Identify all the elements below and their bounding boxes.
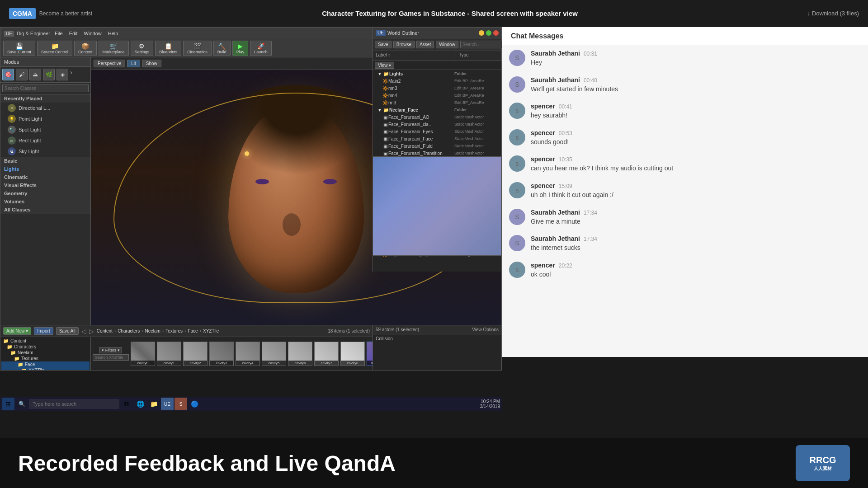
tree-characters[interactable]: 📁Characters xyxy=(1,344,90,350)
place-mode-icon[interactable]: 🎯 xyxy=(2,69,14,80)
wo-maximize[interactable] xyxy=(486,30,491,36)
tree-textures[interactable]: 📁Textures xyxy=(1,356,90,361)
geometry-header[interactable]: Geometry xyxy=(0,189,90,197)
bc-content[interactable]: Content xyxy=(97,328,113,333)
filters-button[interactable]: ▾ Filters ▾ xyxy=(99,347,122,353)
bc-face[interactable]: Face xyxy=(188,328,198,333)
visual-effects-header[interactable]: Visual Effects xyxy=(0,181,90,189)
wo-mn3-row[interactable]: 🔆 mn3 Edit BP_AreaRe xyxy=(373,84,501,92)
bc-xyztile[interactable]: XYZTile xyxy=(203,328,219,333)
wo-face-face-row[interactable]: ▣ Face_Forureani_Face StaticMeshActor xyxy=(373,135,501,142)
tree-content[interactable]: 📁Content xyxy=(1,338,90,344)
texture-cavity3[interactable]: cavity3 xyxy=(209,342,234,366)
play-button[interactable]: ▶ Play xyxy=(232,41,249,56)
source-control-button[interactable]: 📁 Source Control xyxy=(37,41,72,56)
cinematics-button[interactable]: 🎬 Cinematics xyxy=(183,41,212,56)
lights-header[interactable]: Lights xyxy=(0,165,90,173)
paint-mode-icon[interactable]: 🖌 xyxy=(16,69,28,80)
wo-face-cla-row[interactable]: ▣ Face_Forureani_cla.. StaticMeshActor xyxy=(373,121,501,128)
basic-header[interactable]: Basic xyxy=(0,157,90,165)
import-button[interactable]: Import xyxy=(34,327,53,335)
point-light-label: Point Light xyxy=(19,116,42,122)
wo-face-fluid-row[interactable]: ▣ Face_Forureani_Fluid StaticMeshActor xyxy=(373,142,501,150)
sky-light-item[interactable]: 🌤 Sky Light xyxy=(0,146,90,157)
cinematic-header[interactable]: Cinematic xyxy=(0,173,90,181)
foliage-mode-icon[interactable]: 🌿 xyxy=(43,69,55,80)
wo-view-options[interactable]: View Options xyxy=(472,327,499,332)
wo-face-folder[interactable]: ▼ 📁 Neelam_Face Folder xyxy=(373,106,501,113)
bc-textures[interactable]: Textures xyxy=(165,328,183,333)
texture-cavity7[interactable]: cavity7 xyxy=(314,342,339,366)
menu-help[interactable]: Help xyxy=(108,31,118,36)
bc-characters[interactable]: Characters xyxy=(118,328,140,333)
tree-face[interactable]: 📁Face xyxy=(1,361,90,367)
wo-window-button[interactable]: Window xyxy=(436,41,458,48)
bc-neelam[interactable]: Neelam xyxy=(145,328,160,333)
more-modes-icon[interactable]: › xyxy=(70,69,79,80)
forward-icon[interactable]: ▷ xyxy=(89,328,94,335)
back-icon[interactable]: ◁ xyxy=(81,328,86,335)
wo-minimize[interactable] xyxy=(479,30,484,36)
show-button[interactable]: Show xyxy=(142,60,161,67)
recently-placed-header[interactable]: Recently Placed xyxy=(0,94,90,103)
wo-main2-row[interactable]: 🔆 Main2 Edit BP_AreaRe xyxy=(373,77,501,84)
tree-neelam[interactable]: 📁Neelam xyxy=(1,350,90,356)
menu-edit[interactable]: Edit xyxy=(69,31,78,36)
texture-cavity2[interactable]: cavity2 xyxy=(183,342,208,366)
build-button[interactable]: 🔨 Build xyxy=(213,41,231,56)
substance-icon[interactable]: S xyxy=(175,398,187,410)
wo-face-eyes-row[interactable]: ▣ Face_Forureani_Eyes StaticMeshActor xyxy=(373,128,501,135)
directional-light-item[interactable]: ☀ Directional L... xyxy=(0,103,90,113)
save-current-button[interactable]: 💾 Save Current xyxy=(3,41,35,56)
marketplace-button[interactable]: 🛒 Marketplace xyxy=(99,41,129,56)
start-button[interactable]: ⊞ xyxy=(2,398,14,410)
explorer-icon[interactable]: 📁 xyxy=(147,398,160,410)
wo-rm3-row[interactable]: 🔆 rm3 Edit BP_AreaRe xyxy=(373,99,501,106)
geometry-mode-icon[interactable]: ◈ xyxy=(57,69,68,80)
tree-xyztile[interactable]: 📁XYZTile xyxy=(1,367,90,370)
content-button[interactable]: 📦 Content xyxy=(74,41,97,56)
texture-cavity0[interactable]: cavity0 xyxy=(131,342,155,366)
wo-mn4-row[interactable]: 🔆 mn4 Edit BP_AreaRe xyxy=(373,92,501,99)
wo-save-button[interactable]: Save xyxy=(375,41,392,48)
download-button[interactable]: ↓ Download (3 files) xyxy=(807,10,859,17)
add-new-button[interactable]: Add New ▾ xyxy=(3,327,31,335)
wo-close[interactable] xyxy=(493,30,499,36)
texture-cavity8[interactable]: cavity8 xyxy=(340,342,365,366)
wo-browse-button[interactable]: Browse xyxy=(393,41,415,48)
landscape-mode-icon[interactable]: ⛰ xyxy=(29,69,41,80)
wo-lights-folder[interactable]: ▼ 📁 Lights Folder xyxy=(373,70,501,77)
menu-window[interactable]: Window xyxy=(84,31,102,36)
volumes-header[interactable]: Volumes xyxy=(0,197,90,206)
texture-cavity6[interactable]: cavity6 xyxy=(288,342,312,366)
search-classes-input[interactable] xyxy=(2,84,89,92)
wo-face-ao-row[interactable]: ▣ Face_Forureani_AO StaticMeshActor xyxy=(373,113,501,121)
lit-button[interactable]: Lit xyxy=(127,60,140,67)
texture-normalm0[interactable]: normalm0 xyxy=(367,342,373,366)
browser-icon[interactable]: 🔵 xyxy=(188,398,201,410)
spot-light-item[interactable]: 🔦 Spot Light xyxy=(0,124,90,135)
menu-file[interactable]: File xyxy=(55,31,63,36)
texture-cavity1[interactable]: cavity1 xyxy=(157,342,181,366)
wo-view-button[interactable]: View ▾ xyxy=(375,62,394,69)
settings-button[interactable]: ⚙ Settings xyxy=(131,41,154,56)
wo-face-trans-row[interactable]: ▣ Face_Forureani_Transition StaticMeshAc… xyxy=(373,150,501,157)
wo-asset-button[interactable]: Asset xyxy=(416,41,434,48)
perspective-button[interactable]: Perspective xyxy=(94,60,125,67)
cb-search-input[interactable] xyxy=(93,354,129,361)
all-classes-header[interactable]: All Classes xyxy=(0,206,90,214)
rect-light-item[interactable]: ▭ Rect Light xyxy=(0,135,90,146)
wo-actors-folder[interactable]: ▼ 📁 Actors xyxy=(373,258,501,260)
texture-cavity5[interactable]: cavity5 xyxy=(262,342,286,366)
save-all-button[interactable]: Save All xyxy=(56,327,79,335)
avatar-spencer1: s xyxy=(509,103,525,119)
character-face xyxy=(228,103,364,293)
taskview-icon[interactable]: ⧉ xyxy=(120,398,133,410)
ue-taskbar-icon[interactable]: UE xyxy=(161,398,174,410)
texture-cavity4[interactable]: cavity4 xyxy=(236,342,260,366)
taskbar-search-input[interactable] xyxy=(29,399,119,409)
chrome-icon[interactable]: 🌐 xyxy=(134,398,146,410)
blueprints-button[interactable]: 📋 Blueprints xyxy=(155,41,181,56)
point-light-item[interactable]: 💡 Point Light xyxy=(0,113,90,124)
launch-button[interactable]: 🚀 Launch xyxy=(250,41,272,56)
